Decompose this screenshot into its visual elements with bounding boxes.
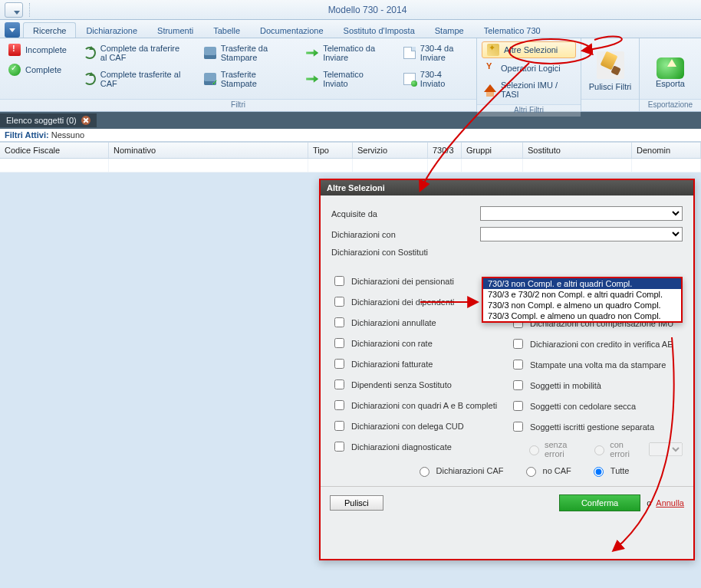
export-icon bbox=[657, 57, 684, 79]
filter-incomplete[interactable]: Incomplete bbox=[6, 41, 69, 58]
label: 730-4 da Inviare bbox=[420, 44, 468, 62]
chk-diagnosticate[interactable] bbox=[334, 442, 344, 452]
chk-quadri-ab[interactable] bbox=[334, 400, 344, 410]
document-tab[interactable]: Elenco soggetti (0) bbox=[0, 113, 97, 127]
close-icon[interactable] bbox=[81, 116, 91, 125]
group-caption: Filtri bbox=[0, 99, 476, 111]
rad-no-caf[interactable] bbox=[526, 467, 536, 477]
lnk-dlg-annulla[interactable]: Annulla bbox=[656, 498, 684, 508]
file-menu-button[interactable] bbox=[5, 22, 20, 38]
col-codice-fiscale[interactable]: Codice Fiscale bbox=[0, 143, 109, 158]
filter-transferred-caf[interactable]: Complete trasferite al CAF bbox=[81, 67, 189, 90]
house-icon bbox=[484, 84, 496, 92]
label: Soggetti iscritti gestione separata bbox=[530, 422, 654, 432]
chk-dipendenti[interactable] bbox=[334, 297, 344, 307]
col-7303[interactable]: 730/3 bbox=[428, 143, 462, 158]
tab-telematico[interactable]: Telematico 730 bbox=[474, 22, 551, 38]
chk-fatturate[interactable] bbox=[334, 359, 344, 369]
chk-mobilita[interactable] bbox=[513, 380, 523, 390]
sel-acquisite-da[interactable] bbox=[480, 206, 683, 221]
chk-annullate[interactable] bbox=[334, 317, 344, 327]
btn-selezioni-imu[interactable]: Selezioni IMU / TASI bbox=[482, 78, 576, 101]
wand-icon bbox=[487, 44, 499, 56]
label: Soggetti in mobilità bbox=[530, 381, 601, 390]
label: Altre Selezioni bbox=[504, 45, 558, 54]
dropdown-option[interactable]: 730/3 e 730/2 non Compl. e altri quadri … bbox=[483, 289, 681, 300]
label: Tutte bbox=[610, 466, 630, 475]
rad-tutte[interactable] bbox=[594, 467, 604, 477]
caf-radio-group: Dichiarazioni CAF no CAF Tutte bbox=[362, 465, 683, 477]
filter-7304-sent[interactable]: 730-4 Inviato bbox=[401, 67, 470, 90]
label: Dichiarazioni annullate bbox=[351, 318, 436, 327]
chk-cedolare[interactable] bbox=[513, 401, 523, 411]
filter-to-transfer-caf[interactable]: Complete da traferire al CAF bbox=[81, 41, 189, 64]
tab-ricerche[interactable]: Ricerche bbox=[23, 22, 76, 38]
filter-printed[interactable]: Trasferite Stampate bbox=[202, 67, 291, 90]
tab-documentazione[interactable]: Documentazione bbox=[250, 22, 334, 38]
btn-pulisci-filtri[interactable]: Pulisci Filtri bbox=[587, 41, 633, 96]
col-servizio[interactable]: Servizio bbox=[353, 143, 428, 158]
col-tipo[interactable]: Tipo bbox=[308, 143, 353, 158]
label: Dichiarazioni dei dipendenti bbox=[351, 297, 455, 307]
group-caption: Esportazione bbox=[640, 99, 701, 111]
label: Trasferite Stampate bbox=[221, 70, 289, 88]
label: Dichiarazioni con rate bbox=[351, 339, 433, 348]
label: Dichiarazioni diagnosticate bbox=[351, 442, 452, 452]
tab-stampe[interactable]: Stampe bbox=[425, 22, 474, 38]
btn-altre-selezioni[interactable]: Altre Selezioni bbox=[482, 41, 576, 58]
dropdown-dich-sostituti[interactable]: 730/3 non Compl. e altri quadri Compl. 7… bbox=[482, 277, 683, 323]
label: Incomplete bbox=[25, 45, 67, 54]
grid-header: Codice Fiscale Nominativo Tipo Servizio … bbox=[0, 142, 701, 159]
label: Dichiarazioni con credito in verifica AE bbox=[530, 340, 673, 349]
col-gruppi[interactable]: Gruppi bbox=[462, 143, 523, 158]
chk-stampate[interactable] bbox=[513, 360, 523, 370]
rad-dich-caf[interactable] bbox=[420, 467, 429, 477]
ribbon: Incomplete Complete Complete da traferir… bbox=[0, 38, 701, 112]
label: Telematico da Inviare bbox=[323, 44, 387, 62]
label: Complete trasferite al CAF bbox=[100, 70, 187, 88]
send-icon bbox=[306, 47, 318, 59]
tab-tabelle[interactable]: Tabelle bbox=[203, 22, 250, 38]
label: Filtri Attivi: bbox=[5, 130, 49, 140]
dropdown-option[interactable]: 730/3 non Compl. e almeno un quadro Comp… bbox=[483, 300, 681, 310]
ribbon-group-altri-filtri: Altre Selezioni Operatori Logici Selezio… bbox=[477, 38, 581, 111]
tab-strumenti[interactable]: Strumenti bbox=[147, 22, 203, 38]
btn-dlg-pulisci[interactable]: Pulisci bbox=[330, 495, 383, 511]
left-check-col: Dichiarazioni dei pensionati Dichiarazio… bbox=[331, 274, 504, 458]
filter-7304-send[interactable]: 730-4 da Inviare bbox=[401, 41, 470, 64]
dialog-title: Altre Selezioni bbox=[321, 180, 693, 195]
chk-delega-cud[interactable] bbox=[334, 421, 344, 431]
col-sostituto[interactable]: Sostituto bbox=[523, 143, 632, 158]
filter-complete[interactable]: Complete bbox=[6, 61, 69, 78]
chk-senza-sostituto[interactable] bbox=[334, 379, 344, 389]
label: Operatori Logici bbox=[501, 64, 561, 73]
btn-operatori-logici[interactable]: Operatori Logici bbox=[482, 60, 576, 77]
col-nominativo[interactable]: Nominativo bbox=[109, 143, 308, 158]
app-menu-button[interactable] bbox=[5, 2, 23, 18]
chk-credito-ae[interactable] bbox=[513, 339, 523, 349]
sel-errori bbox=[649, 442, 683, 456]
label: Complete da traferire al CAF bbox=[100, 44, 187, 62]
logic-icon bbox=[484, 62, 496, 74]
document-tab-bar: Elenco soggetti (0) bbox=[0, 112, 701, 129]
chk-rate[interactable] bbox=[334, 338, 344, 348]
tab-sostituto[interactable]: Sostituto d'Imposta bbox=[334, 22, 425, 38]
tab-dichiarazione[interactable]: Dichiarazione bbox=[76, 22, 147, 38]
group-caption: Altri Filtri bbox=[477, 104, 581, 117]
sel-dich-con[interactable] bbox=[480, 227, 683, 241]
chk-gestione-sep[interactable] bbox=[513, 422, 523, 432]
dropdown-option[interactable]: 730/3 Compl. e almeno un quadro non Comp… bbox=[483, 310, 681, 321]
diag-sub-options: senza errori con errori bbox=[525, 440, 683, 458]
dropdown-option[interactable]: 730/3 non Compl. e altri quadri Compl. bbox=[483, 278, 681, 289]
btn-dlg-conferma[interactable]: Conferma bbox=[559, 494, 640, 511]
filter-telematico-send[interactable]: Telematico da Inviare bbox=[304, 41, 389, 64]
filter-to-print[interactable]: Trasferite da Stampare bbox=[202, 41, 291, 64]
label: Dichiarazioni dei pensionati bbox=[351, 277, 454, 286]
btn-esporta[interactable]: Esporta bbox=[646, 41, 695, 96]
col-denomin[interactable]: Denomin bbox=[632, 143, 701, 158]
label: Dichiarazioni CAF bbox=[436, 466, 504, 475]
label: Esporta bbox=[656, 79, 685, 88]
filter-telematico-sent[interactable]: Telematico Inviato bbox=[304, 67, 389, 90]
printer-check-icon bbox=[204, 73, 216, 85]
chk-pensionati[interactable] bbox=[334, 276, 344, 286]
